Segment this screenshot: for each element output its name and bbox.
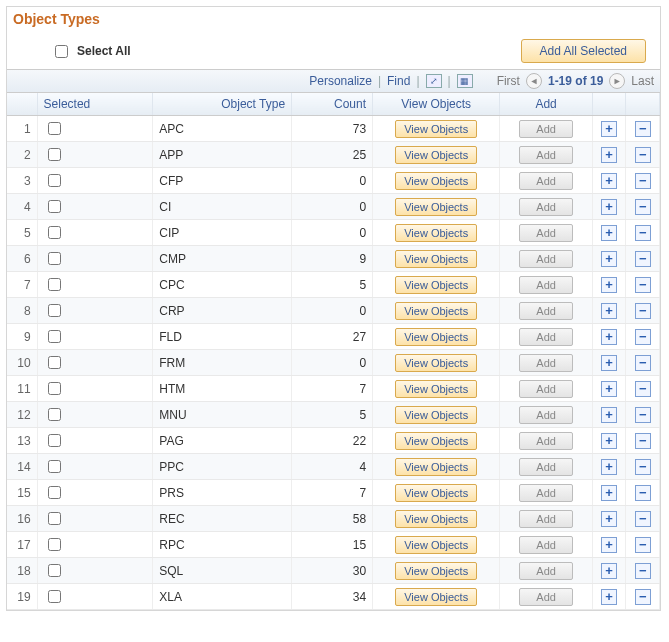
minus-icon[interactable]: − xyxy=(635,381,651,397)
view-objects-button[interactable]: View Objects xyxy=(395,484,477,502)
minus-icon[interactable]: − xyxy=(635,225,651,241)
plus-icon[interactable]: + xyxy=(601,199,617,215)
plus-icon[interactable]: + xyxy=(601,303,617,319)
minus-icon[interactable]: − xyxy=(635,329,651,345)
col-object-type[interactable]: Object Type xyxy=(153,93,292,116)
view-objects-button[interactable]: View Objects xyxy=(395,588,477,606)
row-select-checkbox[interactable] xyxy=(48,304,61,317)
minus-icon[interactable]: − xyxy=(635,147,651,163)
row-select-checkbox[interactable] xyxy=(48,122,61,135)
col-view-objects[interactable]: View Objects xyxy=(373,93,500,116)
plus-icon[interactable]: + xyxy=(601,563,617,579)
row-select-checkbox[interactable] xyxy=(48,174,61,187)
plus-icon[interactable]: + xyxy=(601,121,617,137)
select-all-checkbox[interactable] xyxy=(55,45,68,58)
minus-icon[interactable]: − xyxy=(635,199,651,215)
view-objects-button[interactable]: View Objects xyxy=(395,380,477,398)
view-objects-button[interactable]: View Objects xyxy=(395,328,477,346)
personalize-link[interactable]: Personalize xyxy=(309,74,372,88)
add-button[interactable]: Add xyxy=(519,354,573,372)
add-button[interactable]: Add xyxy=(519,302,573,320)
plus-icon[interactable]: + xyxy=(601,433,617,449)
add-button[interactable]: Add xyxy=(519,380,573,398)
add-button[interactable]: Add xyxy=(519,484,573,502)
row-select-checkbox[interactable] xyxy=(48,460,61,473)
plus-icon[interactable]: + xyxy=(601,589,617,605)
view-objects-button[interactable]: View Objects xyxy=(395,406,477,424)
view-objects-button[interactable]: View Objects xyxy=(395,120,477,138)
row-select-checkbox[interactable] xyxy=(48,226,61,239)
zoom-icon[interactable]: ⤢ xyxy=(426,74,442,88)
last-label[interactable]: Last xyxy=(631,74,654,88)
add-all-selected-button[interactable]: Add All Selected xyxy=(521,39,646,63)
add-button[interactable]: Add xyxy=(519,510,573,528)
minus-icon[interactable]: − xyxy=(635,121,651,137)
row-select-checkbox[interactable] xyxy=(48,590,61,603)
view-objects-button[interactable]: View Objects xyxy=(395,146,477,164)
view-objects-button[interactable]: View Objects xyxy=(395,276,477,294)
add-button[interactable]: Add xyxy=(519,120,573,138)
next-page-button[interactable]: ► xyxy=(609,73,625,89)
plus-icon[interactable]: + xyxy=(601,355,617,371)
plus-icon[interactable]: + xyxy=(601,225,617,241)
row-select-checkbox[interactable] xyxy=(48,200,61,213)
add-button[interactable]: Add xyxy=(519,146,573,164)
add-button[interactable]: Add xyxy=(519,536,573,554)
plus-icon[interactable]: + xyxy=(601,173,617,189)
first-label[interactable]: First xyxy=(497,74,520,88)
add-button[interactable]: Add xyxy=(519,562,573,580)
row-select-checkbox[interactable] xyxy=(48,538,61,551)
row-select-checkbox[interactable] xyxy=(48,148,61,161)
view-objects-button[interactable]: View Objects xyxy=(395,536,477,554)
add-button[interactable]: Add xyxy=(519,224,573,242)
minus-icon[interactable]: − xyxy=(635,537,651,553)
row-select-checkbox[interactable] xyxy=(48,564,61,577)
minus-icon[interactable]: − xyxy=(635,303,651,319)
row-select-checkbox[interactable] xyxy=(48,486,61,499)
minus-icon[interactable]: − xyxy=(635,589,651,605)
add-button[interactable]: Add xyxy=(519,588,573,606)
view-objects-button[interactable]: View Objects xyxy=(395,458,477,476)
view-objects-button[interactable]: View Objects xyxy=(395,562,477,580)
col-count[interactable]: Count xyxy=(292,93,373,116)
plus-icon[interactable]: + xyxy=(601,537,617,553)
plus-icon[interactable]: + xyxy=(601,485,617,501)
add-button[interactable]: Add xyxy=(519,328,573,346)
row-select-checkbox[interactable] xyxy=(48,382,61,395)
minus-icon[interactable]: − xyxy=(635,459,651,475)
row-select-checkbox[interactable] xyxy=(48,434,61,447)
minus-icon[interactable]: − xyxy=(635,355,651,371)
add-button[interactable]: Add xyxy=(519,172,573,190)
add-button[interactable]: Add xyxy=(519,458,573,476)
minus-icon[interactable]: − xyxy=(635,433,651,449)
col-add[interactable]: Add xyxy=(500,93,593,116)
add-button[interactable]: Add xyxy=(519,276,573,294)
row-select-checkbox[interactable] xyxy=(48,512,61,525)
view-objects-button[interactable]: View Objects xyxy=(395,432,477,450)
minus-icon[interactable]: − xyxy=(635,277,651,293)
col-selected[interactable]: Selected xyxy=(37,93,153,116)
plus-icon[interactable]: + xyxy=(601,511,617,527)
row-select-checkbox[interactable] xyxy=(48,408,61,421)
minus-icon[interactable]: − xyxy=(635,485,651,501)
minus-icon[interactable]: − xyxy=(635,511,651,527)
view-objects-button[interactable]: View Objects xyxy=(395,250,477,268)
plus-icon[interactable]: + xyxy=(601,381,617,397)
grid-view-icon[interactable]: ▦ xyxy=(457,74,473,88)
plus-icon[interactable]: + xyxy=(601,147,617,163)
plus-icon[interactable]: + xyxy=(601,277,617,293)
prev-page-button[interactable]: ◄ xyxy=(526,73,542,89)
view-objects-button[interactable]: View Objects xyxy=(395,198,477,216)
view-objects-button[interactable]: View Objects xyxy=(395,224,477,242)
add-button[interactable]: Add xyxy=(519,250,573,268)
add-button[interactable]: Add xyxy=(519,198,573,216)
plus-icon[interactable]: + xyxy=(601,459,617,475)
view-objects-button[interactable]: View Objects xyxy=(395,354,477,372)
minus-icon[interactable]: − xyxy=(635,563,651,579)
plus-icon[interactable]: + xyxy=(601,251,617,267)
row-select-checkbox[interactable] xyxy=(48,252,61,265)
minus-icon[interactable]: − xyxy=(635,251,651,267)
plus-icon[interactable]: + xyxy=(601,407,617,423)
add-button[interactable]: Add xyxy=(519,432,573,450)
find-link[interactable]: Find xyxy=(387,74,410,88)
